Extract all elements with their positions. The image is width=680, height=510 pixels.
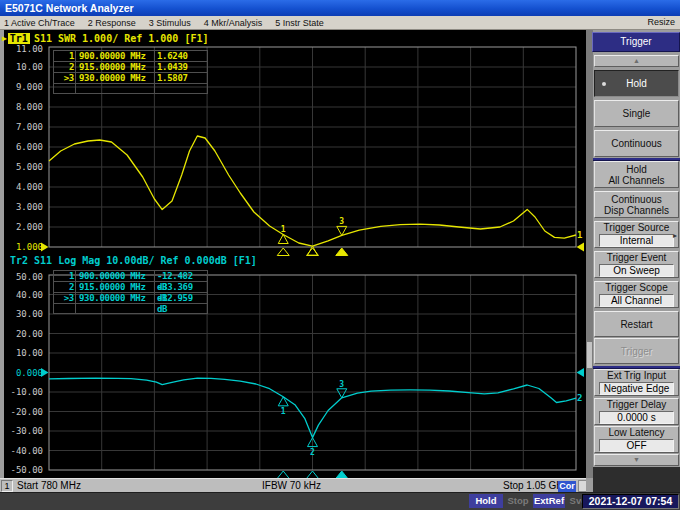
window-titlebar: E5071C Network Analyzer xyxy=(0,0,680,16)
indicator-hold: Hold xyxy=(469,494,503,508)
menu-bar: 1 Active Ch/Trace2 Response3 Stimulus4 M… xyxy=(0,16,680,30)
softkey-ext-trig-input[interactable]: Ext Trig InputNegative Edge xyxy=(594,369,679,396)
marker-value: -12.959 dB xyxy=(157,293,207,315)
correction-badge: Cor xyxy=(558,481,576,492)
softkey-trigger[interactable]: Trigger xyxy=(594,338,679,364)
axis-tick-label: 30.00 xyxy=(16,309,43,319)
softkey-hold[interactable]: Hold xyxy=(594,70,679,97)
marker-frequency: 930.00000 MHz xyxy=(79,293,146,304)
marker-value: 1.0439 xyxy=(157,62,188,73)
marker-frequency: 900.00000 MHz xyxy=(79,51,146,62)
softkey-scroll-down-button[interactable]: ▼ xyxy=(594,454,679,466)
menu-items: 1 Active Ch/Trace2 Response3 Stimulus4 M… xyxy=(4,16,324,29)
marker-value: 1.6240 xyxy=(157,51,188,62)
marker-number: 2 xyxy=(54,62,74,73)
axis-tick-label: 10.00 xyxy=(16,348,43,358)
axis-tick-label: -20.00 xyxy=(10,407,43,417)
ref-level-arrow-left-icon xyxy=(41,243,49,252)
datetime-display: 2021-12-07 07:54 xyxy=(582,494,679,509)
marker-table-row: >3930.00000 MHz-12.959 dB xyxy=(54,293,207,304)
softkey-hold-all-channels[interactable]: HoldAll Channels xyxy=(594,161,679,188)
axis-tick-label: 6.000 xyxy=(16,142,43,152)
softkey-value: Internal xyxy=(599,234,674,247)
trace-end-number: 1 xyxy=(577,230,582,240)
marker-number: 1 xyxy=(54,51,74,62)
axis-tick-label: 0.000 xyxy=(16,368,43,378)
axis-tick-label: -40.00 xyxy=(10,446,43,456)
more-arrow-icon: ▸ xyxy=(673,230,677,241)
resize-menu-item[interactable]: Resize xyxy=(647,16,675,29)
menu-item-4[interactable]: 4 Mkr/Analysis xyxy=(204,18,263,28)
softkey-label: Continuous xyxy=(595,194,678,205)
menu-item-2[interactable]: 2 Response xyxy=(88,18,136,28)
marker-1-stimulus-icon xyxy=(277,248,289,256)
softkey-label: Disp Channels xyxy=(595,205,678,216)
softkey-trigger-source[interactable]: Trigger SourceInternal▸ xyxy=(594,221,679,248)
ref-level-arrow-left-icon xyxy=(41,368,49,377)
axis-tick-label: 20.00 xyxy=(16,329,43,339)
marker-frequency: 915.00000 MHz xyxy=(79,62,146,73)
axis-tick-label: 1.000 xyxy=(16,242,43,252)
softkey-single[interactable]: Single xyxy=(594,100,679,127)
marker-frequency: 900.00000 MHz xyxy=(79,271,146,282)
axis-tick-label: 10.00 xyxy=(16,62,43,72)
marker-3-stimulus-icon xyxy=(336,471,348,478)
marker-2-number: 2 xyxy=(310,448,315,457)
softkey-trigger-event[interactable]: Trigger EventOn Sweep xyxy=(594,251,679,278)
marker-table-row: 1900.00000 MHz-12.482 dB xyxy=(54,271,207,282)
trace1-marker-table: 1900.00000 MHz1.62402915.00000 MHz1.0439… xyxy=(53,50,208,94)
softkey-trigger-scope[interactable]: Trigger ScopeAll Channel xyxy=(594,281,679,308)
axis-tick-label: 50.00 xyxy=(16,272,43,282)
softkey-label: All Channels xyxy=(595,175,678,186)
menu-item-3[interactable]: 3 Stimulus xyxy=(149,18,191,28)
instrument-taskbar: HoldStopExtRefSvc 2021-12-07 07:54 xyxy=(0,492,680,510)
axis-tick-label: 2.000 xyxy=(16,222,43,232)
marker-frequency: 915.00000 MHz xyxy=(79,282,146,293)
ref-level-arrow-right-icon xyxy=(577,243,585,252)
trace2-format: S11 Log Mag 10.00dB/ Ref 0.000dB [F1] xyxy=(34,255,257,266)
trace1-header[interactable]: ▶ Tr1 S11 SWR 1.000/ Ref 1.000 [F1] xyxy=(2,32,209,44)
softkey-menu-title: Trigger xyxy=(592,32,680,52)
softkey-label: Trigger Scope xyxy=(595,282,678,293)
softkey-label: Trigger xyxy=(595,346,678,357)
marker-table-row: 2915.00000 MHz-33.369 dB xyxy=(54,282,207,293)
menu-item-1[interactable]: 1 Active Ch/Trace xyxy=(4,18,75,28)
start-frequency-label: Start 780 MHz xyxy=(17,479,81,492)
axis-tick-label: 7.000 xyxy=(16,122,43,132)
softkey-restart[interactable]: Restart xyxy=(594,311,679,337)
softkey-sidebar: Trigger ▲ HoldSingleContinuousHoldAll Ch… xyxy=(586,30,680,492)
axis-tick-label: -30.00 xyxy=(10,426,43,436)
softkey-scroll-up-button[interactable]: ▲ xyxy=(594,55,679,67)
softkey-trigger-delay[interactable]: Trigger Delay0.0000 s xyxy=(594,398,679,425)
softkey-low-latency[interactable]: Low LatencyOFF xyxy=(594,426,679,453)
active-trace-arrow-icon: ▶ xyxy=(2,34,7,43)
softkey-scrollbar[interactable] xyxy=(586,30,593,478)
up-arrow-icon: ▲ xyxy=(633,57,640,64)
softkey-value: All Channel xyxy=(599,294,674,307)
marker-number: 2 xyxy=(54,282,74,293)
softkey-label: Trigger Delay xyxy=(595,399,678,410)
graph-area: 11.0010.009.0008.0007.0006.0005.0004.000… xyxy=(0,30,586,478)
marker-1-glyph[interactable] xyxy=(278,397,288,406)
scrollbar-thumb[interactable] xyxy=(587,342,592,368)
sidebar-bottom-filler xyxy=(593,467,680,492)
softkey-continuous[interactable]: Continuous xyxy=(594,130,679,157)
marker-3-stimulus-icon xyxy=(336,248,348,256)
axis-tick-label: 3.000 xyxy=(16,202,43,212)
softkey-continuous-disp-channels[interactable]: ContinuousDisp Channels xyxy=(594,191,679,218)
marker-3-number: 3 xyxy=(339,380,344,389)
trace2-name: Tr2 xyxy=(10,255,28,266)
selected-dot-icon xyxy=(602,82,606,86)
marker-table-row: >3930.00000 MHz1.5807 xyxy=(54,73,207,84)
marker-value: 1.5807 xyxy=(157,73,188,84)
axis-tick-label: 11.00 xyxy=(16,44,43,54)
softkey-label: Hold xyxy=(595,164,678,175)
marker-1-stimulus-icon xyxy=(277,471,289,478)
marker-number: >3 xyxy=(54,73,74,84)
marker-1-number: 1 xyxy=(281,407,286,416)
softkey-value: 0.0000 s xyxy=(599,411,674,424)
marker-number: 1 xyxy=(54,271,74,282)
menu-item-5[interactable]: 5 Instr State xyxy=(275,18,324,28)
softkey-value: On Sweep xyxy=(599,264,674,277)
trace2-header[interactable]: Tr2 S11 Log Mag 10.00dB/ Ref 0.000dB [F1… xyxy=(10,254,257,266)
